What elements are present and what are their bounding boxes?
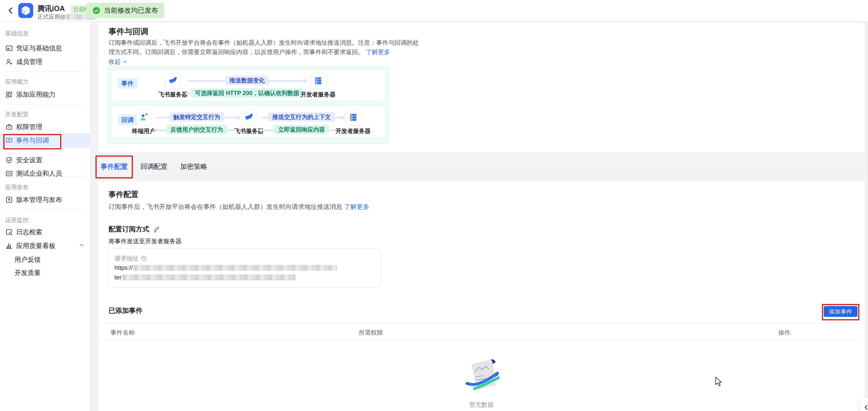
- sidebar-divider: [5, 71, 84, 72]
- chevron-up-icon[interactable]: [79, 242, 85, 248]
- tab-encryption-strategy[interactable]: 加密策略: [180, 162, 207, 171]
- redacted-url-segment: [122, 274, 296, 280]
- request-url-line2: ter: [115, 274, 296, 281]
- collapse-panel-handle[interactable]: [860, 398, 868, 411]
- top-header-bar: 腾讯iOA 已启用 正式应用@ 当前修改均已发布: [0, 0, 868, 21]
- forward-arrow-label: 推送交互行为的上下文: [268, 112, 335, 121]
- user-add-icon: [5, 58, 13, 66]
- request-url-box: 请求地址 https:// ter: [107, 248, 381, 287]
- page-title: 事件与回调: [108, 26, 148, 37]
- add-event-button[interactable]: 添加事件: [824, 306, 858, 317]
- shield-check-icon: [5, 156, 13, 164]
- forward-arrow-label: 推送数据变化: [225, 76, 269, 85]
- diagram-event-row: 事件 飞书服务器 推送数据变化 可选择返回 HTTP 200，以确认收到数据 开…: [112, 70, 385, 100]
- node-label: 开发者服务器: [294, 91, 341, 98]
- event-callback-icon: [5, 137, 13, 145]
- event-badge: 事件: [118, 78, 137, 89]
- config-tabs: 事件配置 回调配置 加密策略: [101, 162, 207, 171]
- subscribe-method-desc: 将事件发送至开发者服务器: [108, 237, 182, 245]
- sidebar-divider: [5, 105, 84, 105]
- app-logo-icon: [18, 3, 33, 18]
- sidebar-item-add-capability[interactable]: 添加应用能力: [0, 88, 90, 101]
- node-label: 开发者服务器: [330, 127, 376, 135]
- column-event-name: 事件名称: [111, 329, 135, 337]
- learn-more-link[interactable]: 了解更多: [344, 203, 369, 210]
- feishu-server-icon: [165, 73, 181, 89]
- end-user-icon: [136, 109, 152, 125]
- redacted-url-segment: [133, 265, 337, 271]
- events-table-header: 事件名称 所需权限 操作: [103, 323, 860, 341]
- code-brackets-icon: [5, 170, 13, 177]
- publish-status-banner: 当前修改均已发布: [86, 3, 164, 18]
- node-label: 飞书服务器: [225, 127, 272, 135]
- sidebar: 基础信息 凭证与基础信息 成员管理 应用能力 添加应用能力 开发配置 权限管理 …: [0, 21, 91, 411]
- diagram-callback-row: 回调 终端用户 触发特定交互行为 反馈用户的交互行为 飞书服务器 推送交互行为的…: [112, 107, 385, 137]
- sidebar-section-release: 应用发布: [5, 183, 29, 191]
- publish-banner-text: 当前修改均已发布: [104, 6, 158, 15]
- empty-state-illustration: [461, 357, 502, 398]
- app-root: 腾讯iOA 已启用 正式应用@ 当前修改均已发布 基础信息 凭证与基础信息 成员…: [0, 0, 868, 411]
- request-url-line1: https://: [115, 264, 337, 271]
- sidebar-section-monitor: 运营监控: [5, 216, 29, 224]
- node-label: 飞书服务器: [150, 91, 196, 98]
- event-config-title: 事件配置: [108, 189, 138, 200]
- app-name: 腾讯iOA: [37, 4, 65, 13]
- bar-chart-icon: [5, 242, 13, 250]
- sidebar-section-dev-config: 开发配置: [5, 111, 29, 118]
- developer-server-icon: [345, 109, 361, 125]
- feishu-server-icon: [241, 109, 257, 125]
- back-button[interactable]: [6, 6, 16, 15]
- check-circle-icon: [92, 6, 101, 15]
- back-arrow-label: 反馈用户的交互行为: [166, 125, 227, 134]
- briefcase-lock-icon: [5, 123, 13, 131]
- events-overview-card: 事件与回调 订阅事件或回调后，飞书开放平台将会在事件（如机器人入群）发生时向请求…: [98, 23, 865, 152]
- vertical-scrollbar[interactable]: [865, 21, 868, 411]
- sidebar-item-log-search[interactable]: 日志检索: [0, 226, 90, 239]
- sidebar-item-quality-board[interactable]: 应用质量看板: [0, 239, 90, 253]
- tab-callback-config[interactable]: 回调配置: [141, 162, 167, 171]
- sidebar-item-permissions[interactable]: 权限管理: [0, 120, 90, 134]
- subscribe-method-title: 配置订阅方式: [108, 225, 160, 234]
- sidebar-divider: [5, 177, 84, 177]
- sidebar-item-events-callbacks[interactable]: 事件与回调: [0, 134, 90, 148]
- log-search-icon: [5, 228, 13, 236]
- event-config-card: 事件配置 订阅事件后，飞书开放平台将会在事件（如机器人入群）发生时向请求地址推送…: [98, 181, 865, 411]
- sidebar-item-members[interactable]: 成员管理: [0, 55, 90, 68]
- developer-server-icon: [310, 73, 326, 89]
- event-callback-diagram: 事件 飞书服务器 推送数据变化 可选择返回 HTTP 200，以确认收到数据 开…: [107, 66, 389, 144]
- sidebar-section-capability: 应用能力: [5, 78, 29, 86]
- caret-up-icon: [122, 59, 128, 65]
- back-arrow-label: 立即返回响应内容: [274, 125, 329, 134]
- empty-state-text: 暂无数据: [469, 401, 494, 409]
- sidebar-item-credentials[interactable]: 凭证与基础信息: [0, 42, 90, 55]
- sidebar-section-basic: 基础信息: [5, 30, 29, 37]
- sidebar-subitem-user-feedback[interactable]: 用户反馈: [14, 255, 41, 264]
- column-actions: 操作: [778, 329, 790, 337]
- sidebar-item-version-release[interactable]: 版本管理与发布: [0, 193, 90, 206]
- learn-more-link[interactable]: 了解更多: [366, 49, 390, 56]
- back-arrow-label: 可选择返回 HTTP 200，以确认收到数据: [191, 88, 303, 98]
- collapse-toggle[interactable]: 收起: [108, 58, 128, 66]
- event-config-description: 订阅事件后，飞书开放平台将会在事件（如机器人入群）发生时向请求地址推送消息 了解…: [108, 203, 369, 211]
- column-required-permission: 所需权限: [359, 329, 383, 337]
- node-label: 终端用户: [120, 127, 167, 135]
- page-description: 订阅事件或回调后，飞书开放平台将会在事件（如机器人入群）发生时向请求地址推送消息…: [108, 38, 425, 57]
- sidebar-subitem-dev-quality[interactable]: 开发质量: [14, 268, 41, 277]
- chevron-left-icon: [863, 404, 868, 411]
- id-card-icon: [5, 44, 13, 52]
- callback-badge: 回调: [118, 115, 137, 125]
- sidebar-item-test-company[interactable]: 测试企业和人员: [0, 167, 90, 180]
- tab-event-config[interactable]: 事件配置: [101, 162, 128, 171]
- upload-icon: [5, 196, 13, 204]
- tabs-underline: [98, 175, 865, 176]
- added-events-title: 已添加事件: [108, 306, 143, 316]
- sidebar-item-security[interactable]: 安全设置: [0, 154, 90, 167]
- grid-add-icon: [5, 91, 13, 98]
- edit-pencil-icon[interactable]: [153, 226, 160, 233]
- request-url-label: 请求地址: [115, 254, 147, 263]
- chevron-left-icon: [7, 6, 15, 14]
- help-question-icon[interactable]: [141, 255, 147, 262]
- forward-arrow-label: 触发特定交互行为: [169, 112, 224, 121]
